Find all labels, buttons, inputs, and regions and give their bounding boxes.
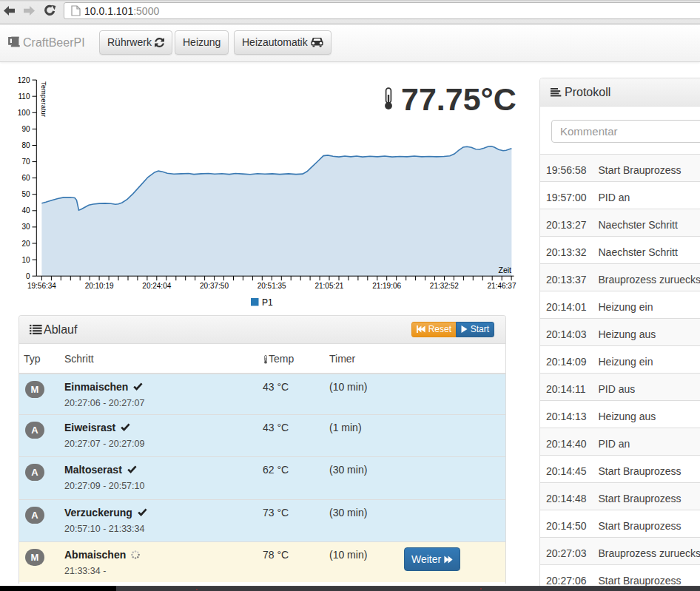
svg-text:110: 110	[18, 92, 30, 101]
svg-text:20:51:35: 20:51:35	[258, 282, 286, 290]
svg-text:30: 30	[21, 223, 30, 231]
svg-text:120: 120	[18, 76, 30, 84]
svg-text:0: 0	[26, 272, 30, 280]
svg-text:21:19:06: 21:19:06	[372, 282, 401, 290]
svg-text:50: 50	[21, 190, 30, 198]
svg-text:20: 20	[21, 240, 30, 248]
svg-text:20:24:04: 20:24:04	[142, 282, 171, 290]
svg-text:10: 10	[21, 256, 30, 264]
svg-text:21:46:37: 21:46:37	[488, 282, 516, 290]
svg-text:40: 40	[21, 206, 30, 215]
svg-text:20:37:50: 20:37:50	[200, 282, 229, 290]
svg-text:21:32:52: 21:32:52	[430, 282, 459, 290]
svg-text:60: 60	[21, 174, 30, 182]
svg-text:19:56:34: 19:56:34	[27, 282, 56, 290]
svg-text:Temperatur: Temperatur	[40, 81, 48, 117]
svg-text:90: 90	[21, 125, 30, 133]
svg-text:100: 100	[18, 109, 30, 117]
svg-text:70: 70	[21, 158, 30, 166]
svg-text:80: 80	[21, 141, 30, 149]
svg-text:Zeit: Zeit	[498, 266, 511, 274]
svg-text:20:10:19: 20:10:19	[85, 282, 114, 290]
svg-text:21:05:21: 21:05:21	[314, 282, 343, 290]
svg-text:P1: P1	[262, 297, 273, 308]
